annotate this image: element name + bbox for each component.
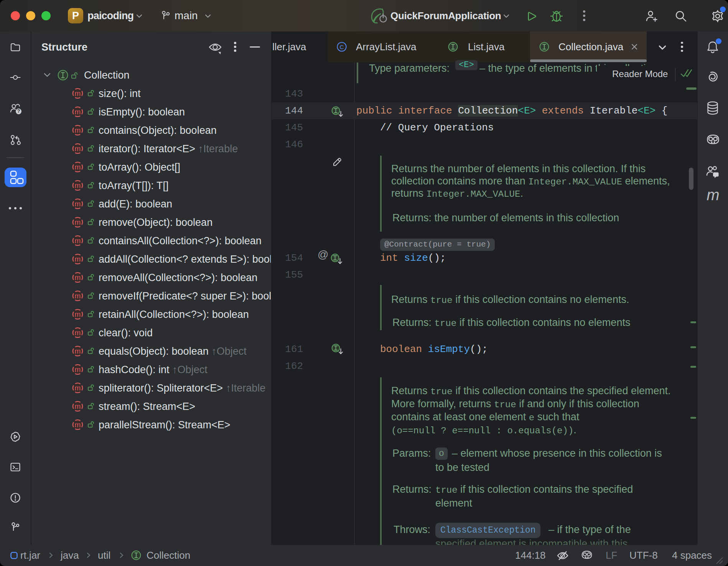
svg-text:m: m [75,145,81,153]
svg-text:m: m [75,200,81,208]
svg-text:m: m [75,181,81,189]
svg-text:m: m [75,126,81,134]
svg-text:m: m [75,163,81,171]
svg-text:m: m [75,310,81,318]
svg-text:m: m [75,384,81,392]
svg-text:m: m [75,365,81,373]
svg-text:m: m [75,329,81,337]
svg-text:m: m [75,218,81,226]
svg-text:m: m [75,108,81,116]
svg-text:m: m [75,255,81,263]
svg-text:m: m [75,237,81,245]
svg-text:m: m [75,347,81,355]
svg-text:m: m [75,273,81,281]
svg-text:m: m [75,421,81,429]
svg-text:C: C [340,44,344,50]
svg-text:m: m [75,292,81,300]
svg-text:m: m [75,89,81,97]
svg-text:m: m [75,402,81,410]
